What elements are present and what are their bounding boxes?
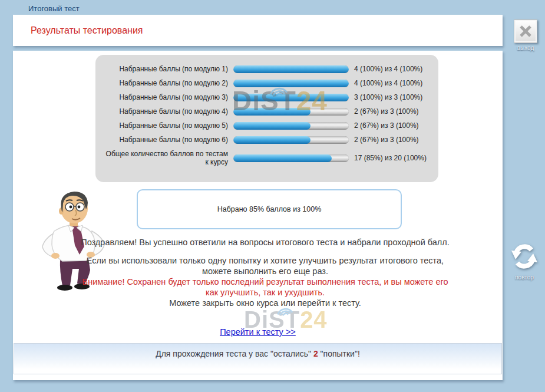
score-label: Общее количество баллов по тестам к курс… xyxy=(101,150,228,166)
score-row: Набранные баллы (по модулю 5)2 (67%) из … xyxy=(101,121,438,130)
score-row: Набранные баллы (по модулю 1)4 (100%) из… xyxy=(101,65,438,73)
score-label: Набранные баллы (по модулю 4) xyxy=(101,107,228,116)
progress-bar-fill xyxy=(233,108,311,116)
close-info-text: Можете закрыть окно курса или перейти к … xyxy=(79,298,451,308)
score-label: Набранные баллы (по модулю 2) xyxy=(101,79,228,87)
score-row: Общее количество баллов по тестам к курс… xyxy=(101,150,438,166)
scores-panel: Набранные баллы (по модулю 1)4 (100%) из… xyxy=(95,55,438,182)
repeat-button[interactable]: повтор xyxy=(507,243,542,281)
attempts-text-suffix: "попытки"! xyxy=(321,349,360,358)
attempts-text-prefix: Для прохождения теста у вас "остались" xyxy=(156,349,311,358)
result-message: Поздравляем! Вы успешно ответили на вопр… xyxy=(79,237,451,308)
link-row: Перейти к тесту >> xyxy=(13,327,503,337)
score-row: Набранные баллы (по модулю 4)2 (67%) из … xyxy=(101,107,438,116)
score-label: Набранные баллы (по модулю 1) xyxy=(101,65,228,73)
progress-bar xyxy=(233,136,349,144)
exit-button-label: выход xyxy=(511,45,540,51)
application-window: Итоговый тест Результаты тестирования На… xyxy=(0,0,545,392)
page-title: Результаты тестирования xyxy=(31,15,143,46)
score-value: 2 (67%) из 3 (100%) xyxy=(354,107,419,116)
score-value: 2 (67%) из 3 (100%) xyxy=(354,121,419,130)
progress-bar-fill xyxy=(233,122,311,130)
progress-bar-fill xyxy=(233,65,349,73)
progress-bar xyxy=(233,154,349,162)
score-row: Набранные баллы (по модулю 6)2 (67%) из … xyxy=(101,136,438,144)
progress-bar xyxy=(233,65,349,73)
refresh-icon xyxy=(510,243,539,270)
warning-text: Внимание! Сохранен будет только последни… xyxy=(79,276,451,298)
score-label: Набранные баллы (по модулю 6) xyxy=(101,136,228,144)
score-value: 4 (100%) из 4 (100%) xyxy=(354,65,422,73)
go-to-test-link[interactable]: Перейти к тесту >> xyxy=(220,327,296,337)
header-panel: Результаты тестирования xyxy=(13,15,503,46)
progress-bar xyxy=(233,108,349,116)
score-value: 3 (100%) из 3 (100%) xyxy=(354,93,422,101)
attempts-count: 2 xyxy=(313,349,318,358)
results-panel: Набранные баллы (по модулю 1)4 (100%) из… xyxy=(13,51,503,380)
window-title: Итоговый тест xyxy=(28,4,80,13)
progress-bar-fill xyxy=(233,154,332,162)
progress-bar-fill xyxy=(233,94,349,101)
congratulation-text: Поздравляем! Вы успешно ответили на вопр… xyxy=(79,237,451,248)
attempts-bar: Для прохождения теста у вас "остались" 2… xyxy=(14,343,502,374)
progress-bar xyxy=(233,122,349,130)
score-label: Набранные баллы (по модулю 3) xyxy=(101,93,228,101)
score-row: Набранные баллы (по модулю 2)4 (100%) из… xyxy=(101,79,438,87)
progress-bar xyxy=(233,94,349,101)
close-icon[interactable] xyxy=(514,19,537,43)
repeat-button-label: повтор xyxy=(507,274,542,281)
progress-bar-fill xyxy=(233,136,311,144)
progress-bar xyxy=(233,80,349,87)
score-value: 17 (85%) из 20 (100%) xyxy=(354,154,427,162)
retry-info-text: Если вы использовали только одну попытку… xyxy=(79,255,451,276)
score-rows: Набранные баллы (по модулю 1)4 (100%) из… xyxy=(101,65,438,166)
progress-bar-fill xyxy=(233,80,349,87)
score-summary-text: Набрано 85% баллов из 100% xyxy=(217,205,322,213)
score-value: 4 (100%) из 4 (100%) xyxy=(354,79,422,87)
exit-button[interactable]: выход xyxy=(511,19,540,51)
score-label: Набранные баллы (по модулю 5) xyxy=(101,121,228,130)
score-row: Набранные баллы (по модулю 3)3 (100%) из… xyxy=(101,93,438,101)
score-value: 2 (67%) из 3 (100%) xyxy=(354,136,419,144)
score-summary-box: Набрано 85% баллов из 100% xyxy=(137,189,402,229)
